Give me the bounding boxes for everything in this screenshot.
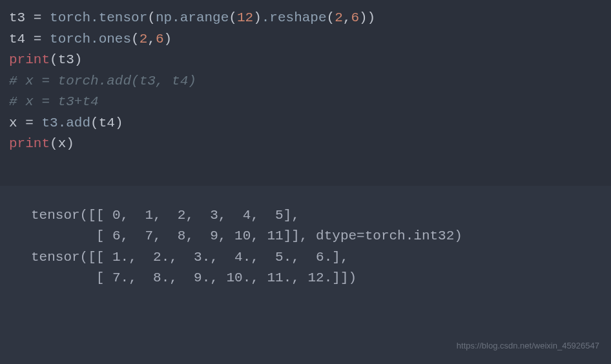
punct: ) — [164, 32, 172, 46]
number: 12 — [237, 10, 253, 25]
function-call: torch.tensor — [50, 10, 147, 25]
punct: ( — [50, 52, 58, 67]
number: 6 — [351, 10, 359, 25]
punct: )) — [359, 10, 375, 25]
variable: t4 — [99, 116, 115, 130]
variable: t3 — [9, 10, 25, 25]
punct: ) — [74, 52, 83, 67]
operator: = — [25, 10, 50, 25]
variable: x — [58, 136, 67, 151]
watermark-text: https://blog.csdn.net/weixin_45926547 — [457, 339, 599, 352]
code-line-4-comment: # x = torch.add(t3, t4) — [9, 71, 602, 92]
code-line-3: print(t3) — [9, 50, 602, 71]
punct: ( — [229, 10, 237, 25]
output-line-3: tensor([[ 1., 2., 3., 4., 5., 6.], — [31, 247, 602, 268]
code-block: t3 = torch.tensor(np.arange(12).reshape(… — [0, 0, 611, 168]
function-call: torch.ones — [50, 32, 131, 46]
code-line-7: print(x) — [9, 134, 602, 155]
punct: ) — [253, 10, 262, 25]
operator: = — [17, 116, 42, 130]
print-call: print — [9, 52, 50, 67]
output-block: tensor([[ 0, 1, 2, 3, 4, 5], [ 6, 7, 8, … — [0, 186, 611, 364]
output-line-2: [ 6, 7, 8, 9, 10, 11]], dtype=torch.int3… — [31, 226, 602, 247]
punct: , — [343, 10, 351, 25]
output-line-1: tensor([[ 0, 1, 2, 3, 4, 5], — [31, 205, 602, 227]
punct: , — [147, 32, 156, 46]
function-call: t3.add — [41, 116, 90, 130]
code-line-5-comment: # x = t3+t4 — [9, 92, 602, 113]
output-line-4: [ 7., 8., 9., 10., 11., 12.]]) — [31, 268, 602, 289]
number: 2 — [335, 10, 343, 25]
punct: ( — [131, 32, 140, 46]
number: 2 — [140, 32, 148, 46]
code-line-1: t3 = torch.tensor(np.arange(12).reshape(… — [9, 8, 602, 29]
punct: ( — [50, 136, 58, 151]
operator: = — [25, 32, 50, 46]
variable: t3 — [58, 52, 74, 67]
punct: ( — [327, 10, 335, 25]
punct: ( — [90, 116, 99, 130]
variable: x — [9, 116, 17, 130]
number: 6 — [156, 32, 164, 46]
variable: t4 — [9, 32, 25, 46]
code-line-2: t4 = torch.ones(2,6) — [9, 29, 602, 50]
function-call: .reshape — [262, 10, 327, 25]
punct: ( — [147, 10, 156, 25]
punct: ) — [115, 116, 123, 130]
function-call: np.arange — [156, 10, 229, 25]
print-call: print — [9, 136, 50, 151]
punct: ) — [66, 136, 74, 151]
code-line-6: x = t3.add(t4) — [9, 113, 602, 134]
